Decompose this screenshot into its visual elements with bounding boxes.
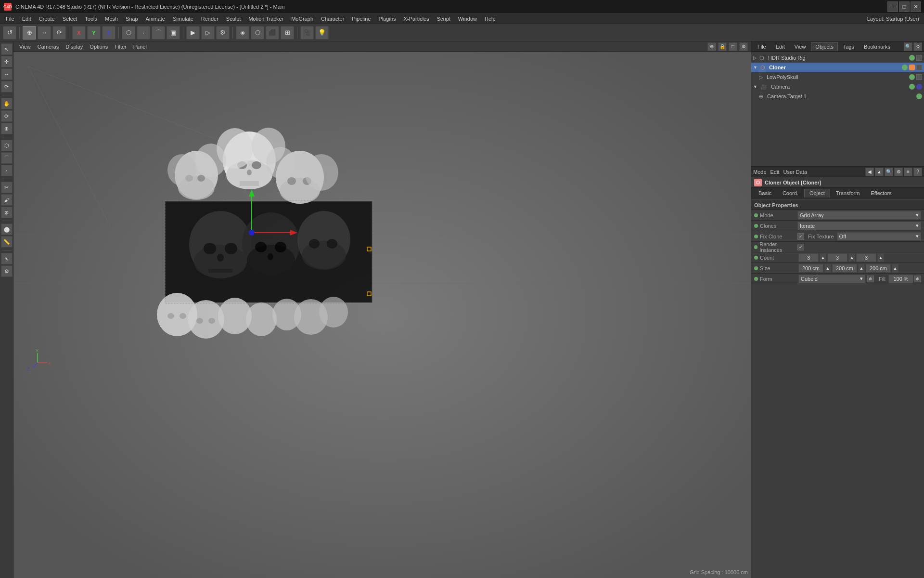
size-y-up[interactable]: ▲ <box>858 264 865 273</box>
menu-mesh[interactable]: Mesh <box>101 15 122 23</box>
ptab-transform[interactable]: Transform <box>831 189 865 197</box>
props-mode-label[interactable]: Mode <box>753 169 767 175</box>
vt-settings[interactable]: ⚙ <box>739 42 748 51</box>
menu-script[interactable]: Script <box>433 15 454 23</box>
vt-safe-frame[interactable]: ⊕ <box>707 42 716 51</box>
ptab-object[interactable]: Object <box>804 189 830 197</box>
vt-maximize[interactable]: □ <box>729 42 737 51</box>
count-y-input[interactable] <box>827 253 847 262</box>
poly-mode-button[interactable]: ▣ <box>167 26 180 39</box>
menu-snap[interactable]: Snap <box>122 15 142 23</box>
grid-button[interactable]: ⊞ <box>281 26 294 39</box>
obj-tab-edit[interactable]: Edit <box>771 42 789 51</box>
tool-point[interactable]: · <box>1 165 13 176</box>
ptab-coord[interactable]: Coord. <box>777 189 804 197</box>
undo-button[interactable]: ↺ <box>3 26 16 39</box>
vt-cameras[interactable]: Cameras <box>35 43 62 50</box>
obj-item-cloner[interactable]: ▼ ⬡ Cloner <box>751 63 924 72</box>
ptab-basic[interactable]: Basic <box>753 189 777 197</box>
menu-help[interactable]: Help <box>481 15 500 23</box>
menu-animate[interactable]: Animate <box>142 15 169 23</box>
vt-display[interactable]: Display <box>63 43 86 50</box>
tool-paint[interactable]: ⬤ <box>1 223 13 235</box>
vt-panel[interactable]: Panel <box>130 43 150 50</box>
rotate-tool-button[interactable]: ⟳ <box>52 26 66 39</box>
count-x-input[interactable] <box>798 253 819 262</box>
obj-tab-tags[interactable]: Tags <box>839 42 859 51</box>
tool-rotate[interactable]: ⟳ <box>1 81 13 92</box>
menu-render[interactable]: Render <box>197 15 222 23</box>
shading-button[interactable]: ◈ <box>236 26 249 39</box>
menu-window[interactable]: Window <box>454 15 481 23</box>
size-y-input[interactable] <box>832 264 857 273</box>
viewport-canvas[interactable]: Perspective <box>13 52 751 578</box>
light-button[interactable]: 💡 <box>315 26 329 39</box>
menu-xparticles[interactable]: X-Particles <box>400 15 433 23</box>
obj-item-lowpolyskull[interactable]: ▷ LowPolySkull <box>751 72 924 82</box>
object-mode-button[interactable]: ⬡ <box>122 26 135 39</box>
props-nav-up[interactable]: ▲ <box>875 168 884 176</box>
size-z-input[interactable] <box>866 264 891 273</box>
menu-simulate[interactable]: Simulate <box>169 15 197 23</box>
menu-plugins[interactable]: Plugins <box>374 15 399 23</box>
texture-button[interactable]: ⬛ <box>266 26 279 39</box>
count-z-input[interactable] <box>856 253 876 262</box>
tool-magnet[interactable]: ⊛ <box>1 207 13 218</box>
props-nav-left[interactable]: ◀ <box>865 168 874 176</box>
obj-vis-camera[interactable] <box>909 84 915 90</box>
maximize-button[interactable]: □ <box>899 1 910 12</box>
scale-tool-button[interactable]: ↔ <box>38 26 51 39</box>
vt-filter[interactable]: Filter <box>112 43 129 50</box>
axis-y-button[interactable]: Y <box>87 26 101 39</box>
obj-tab-view[interactable]: View <box>790 42 810 51</box>
count-x-up[interactable]: ▲ <box>820 253 826 262</box>
obj-vis-cloner[interactable] <box>902 65 908 70</box>
obj-tab-objects[interactable]: Objects <box>811 42 837 51</box>
fix-texture-dropdown[interactable]: Off ▾ <box>837 232 921 241</box>
obj-item-camera-target[interactable]: ⊕ Camera.Target.1 <box>751 92 924 101</box>
menu-tools[interactable]: Tools <box>81 15 101 23</box>
tool-knife[interactable]: ✂ <box>1 182 13 193</box>
tool-camera-rotate[interactable]: ⟳ <box>1 110 13 122</box>
menu-file[interactable]: File <box>2 15 18 23</box>
menu-create[interactable]: Create <box>35 15 59 23</box>
props-edit-label[interactable]: Edit <box>770 169 780 175</box>
move-tool-button[interactable]: ⊕ <box>23 26 36 39</box>
vt-options[interactable]: Options <box>87 43 111 50</box>
tool-edge[interactable]: ⌒ <box>1 152 13 164</box>
menu-edit[interactable]: Edit <box>18 15 35 23</box>
edge-mode-button[interactable]: ⌒ <box>152 26 165 39</box>
clones-dropdown[interactable]: Iterate ▾ <box>797 222 921 230</box>
menu-motiontracker[interactable]: Motion Tracker <box>244 15 287 23</box>
axis-z-button[interactable]: Z <box>102 26 116 39</box>
tool-move[interactable]: ✛ <box>1 56 13 67</box>
tool-spline[interactable]: ∿ <box>1 253 13 264</box>
obj-vis-skull[interactable] <box>909 74 915 80</box>
menu-sculpt[interactable]: Sculpt <box>222 15 245 23</box>
vt-lock[interactable]: 🔒 <box>718 42 727 51</box>
axis-x-button[interactable]: X <box>72 26 86 39</box>
tool-camera-pan[interactable]: ✋ <box>1 98 13 109</box>
vt-view[interactable]: View <box>16 43 34 50</box>
render-instances-checkbox[interactable] <box>797 244 804 250</box>
ptab-effectors[interactable]: Effectors <box>865 189 897 197</box>
tool-generator[interactable]: ⚙ <box>1 265 13 277</box>
props-more-icon[interactable]: ≡ <box>904 168 912 176</box>
render-region-button[interactable]: ▷ <box>201 26 215 39</box>
obj-item-hdr-rig[interactable]: ▷ ⬡ HDR Studio Rig <box>751 53 924 63</box>
fix-clone-checkbox[interactable] <box>797 233 804 240</box>
obj-search-icon[interactable]: 🔍 <box>904 42 912 51</box>
menu-select[interactable]: Select <box>59 15 81 23</box>
form-dropdown[interactable]: Cuboid ▾ <box>798 275 865 283</box>
point-mode-button[interactable]: · <box>137 26 150 39</box>
size-z-up[interactable]: ▲ <box>892 264 898 273</box>
render-settings-button[interactable]: ⚙ <box>216 26 230 39</box>
tool-camera-zoom[interactable]: ⊕ <box>1 123 13 134</box>
minimize-button[interactable]: ─ <box>887 1 898 12</box>
tool-select[interactable]: ↖ <box>1 43 13 55</box>
count-y-up[interactable]: ▲ <box>848 253 855 262</box>
size-x-input[interactable] <box>798 264 823 273</box>
obj-tab-file[interactable]: File <box>753 42 770 51</box>
menu-pipeline[interactable]: Pipeline <box>348 15 374 23</box>
props-search-icon[interactable]: 🔍 <box>885 168 893 176</box>
